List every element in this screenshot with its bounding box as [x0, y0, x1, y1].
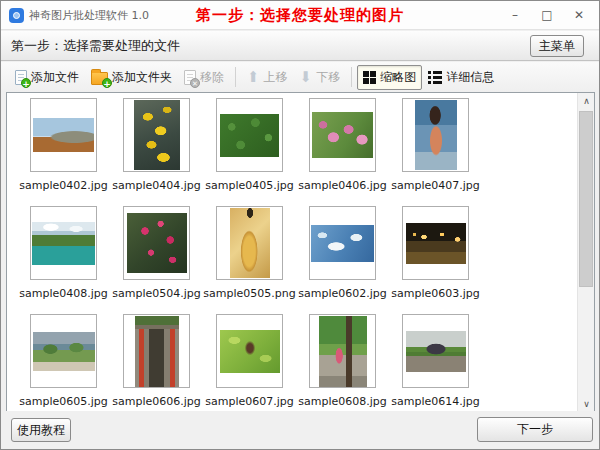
- window-controls: – □ ✕: [499, 1, 595, 30]
- thumbnail-label: sample0606.jpg: [110, 395, 203, 408]
- next-step-button[interactable]: 下一步: [477, 417, 593, 442]
- step-title: 第一步：选择需要处理的文件: [11, 31, 180, 61]
- scrollbar-thumb[interactable]: [579, 111, 593, 287]
- thumbnail-image: [134, 100, 180, 170]
- footer-bar: 使用教程 下一步: [1, 411, 599, 449]
- remove-icon: ✕: [184, 70, 196, 85]
- remove-button[interactable]: ✕ 移除: [178, 65, 230, 90]
- file-thumbnail[interactable]: sample0608.jpg: [296, 311, 389, 412]
- file-thumbnail[interactable]: sample0404.jpg: [110, 95, 203, 203]
- main-menu-button[interactable]: 主菜单: [530, 35, 584, 57]
- thumbnail-label: sample0607.jpg: [203, 395, 296, 408]
- vertical-scrollbar[interactable]: ∧ ∨: [577, 93, 594, 412]
- thumbnail-label: sample0404.jpg: [110, 179, 203, 192]
- file-thumbnail[interactable]: sample0505.png: [203, 203, 296, 311]
- scroll-down-icon[interactable]: ∨: [578, 396, 595, 412]
- file-thumbnail[interactable]: sample0406.jpg: [296, 95, 389, 203]
- thumbnail-frame: [216, 206, 283, 280]
- thumbnail-label: sample0402.jpg: [17, 179, 110, 192]
- minimize-button[interactable]: –: [499, 1, 531, 30]
- file-thumbnail[interactable]: sample0407.jpg: [389, 95, 482, 203]
- add-file-icon: +: [15, 70, 27, 85]
- maximize-button[interactable]: □: [531, 1, 563, 30]
- thumbnail-image: [33, 118, 94, 152]
- move-up-label: 上移: [264, 69, 288, 86]
- remove-label: 移除: [200, 69, 224, 86]
- thumbnail-frame: [216, 314, 283, 388]
- move-down-button[interactable]: ⬇ 下移: [294, 65, 347, 90]
- thumbnail-frame: [30, 206, 97, 280]
- thumbnail-label: sample0614.jpg: [389, 395, 482, 408]
- step-header-bar: 第一步：选择需要处理的文件 主菜单: [1, 31, 599, 61]
- thumbnail-frame: [30, 98, 97, 172]
- thumbnail-image: [312, 112, 373, 158]
- thumbnail-frame: [402, 314, 469, 388]
- details-view-button[interactable]: 详细信息: [422, 65, 500, 90]
- thumbnail-image: [406, 223, 466, 264]
- thumbnail-frame: [123, 314, 190, 388]
- thumbnail-frame: [309, 206, 376, 280]
- thumbnail-frame: [309, 98, 376, 172]
- file-thumbnail[interactable]: sample0607.jpg: [203, 311, 296, 412]
- grid-view-icon: [363, 71, 376, 84]
- details-view-label: 详细信息: [446, 69, 494, 86]
- file-thumbnail[interactable]: sample0605.jpg: [17, 311, 110, 412]
- thumbnail-label: sample0504.jpg: [110, 287, 203, 300]
- app-window: 神奇图片批处理软件 1.0 第一步：选择您要处理的图片 – □ ✕ 第一步：选择…: [0, 0, 600, 450]
- thumbnail-label: sample0608.jpg: [296, 395, 389, 408]
- file-thumbnail[interactable]: sample0606.jpg: [110, 311, 203, 412]
- add-folder-label: 添加文件夹: [112, 69, 172, 86]
- add-file-label: 添加文件: [31, 69, 79, 86]
- thumbnail-image: [415, 100, 457, 170]
- thumbnail-image: [32, 222, 95, 265]
- thumbnail-label: sample0408.jpg: [17, 287, 110, 300]
- thumbnail-frame: [123, 206, 190, 280]
- thumbnail-image: [311, 225, 374, 262]
- file-thumbnail[interactable]: sample0402.jpg: [17, 95, 110, 203]
- thumbnail-label: sample0406.jpg: [296, 179, 389, 192]
- thumbnail-label: sample0603.jpg: [389, 287, 482, 300]
- toolbar: + 添加文件 + 添加文件夹 ✕ 移除 ⬆ 上移 ⬇ 下移 缩略图 详细信息: [1, 62, 599, 92]
- thumbnail-label: sample0505.png: [203, 287, 296, 300]
- thumbnail-image: [220, 330, 280, 373]
- thumbnail-image: [220, 114, 279, 157]
- thumbnail-image: [127, 213, 187, 273]
- close-button[interactable]: ✕: [563, 1, 595, 30]
- move-up-icon: ⬆: [247, 70, 260, 85]
- tutorial-button[interactable]: 使用教程: [11, 418, 71, 442]
- thumbnail-view-button[interactable]: 缩略图: [357, 65, 422, 90]
- thumbnail-view-label: 缩略图: [380, 69, 416, 86]
- move-up-button[interactable]: ⬆ 上移: [241, 65, 294, 90]
- thumbnail-frame: [402, 206, 469, 280]
- thumbnail-label: sample0605.jpg: [17, 395, 110, 408]
- thumbnail-frame: [216, 98, 283, 172]
- toolbar-separator: [351, 67, 352, 87]
- thumbnail-image: [135, 316, 179, 387]
- thumbnail-frame: [123, 98, 190, 172]
- thumbnail-label: sample0602.jpg: [296, 287, 389, 300]
- file-thumbnail[interactable]: sample0408.jpg: [17, 203, 110, 311]
- file-thumbnail[interactable]: sample0603.jpg: [389, 203, 482, 311]
- title-bar: 神奇图片批处理软件 1.0 第一步：选择您要处理的图片 – □ ✕: [1, 1, 599, 30]
- list-view-icon: [428, 71, 442, 84]
- file-thumbnail[interactable]: sample0602.jpg: [296, 203, 389, 311]
- add-folder-icon: +: [91, 72, 108, 85]
- thumbnail-image: [319, 316, 367, 387]
- toolbar-separator: [235, 67, 236, 87]
- thumbnail-frame: [309, 314, 376, 388]
- move-down-label: 下移: [316, 69, 340, 86]
- file-thumbnail[interactable]: sample0504.jpg: [110, 203, 203, 311]
- thumbnail-image: [230, 208, 270, 278]
- add-folder-button[interactable]: + 添加文件夹: [85, 65, 178, 90]
- move-down-icon: ⬇: [300, 70, 313, 85]
- file-thumbnail[interactable]: sample0614.jpg: [389, 311, 482, 412]
- thumbnail-frame: [30, 314, 97, 388]
- file-thumbnail[interactable]: sample0405.jpg: [203, 95, 296, 203]
- add-file-button[interactable]: + 添加文件: [9, 65, 85, 90]
- thumbnail-frame: [402, 98, 469, 172]
- thumbnail-label: sample0405.jpg: [203, 179, 296, 192]
- thumbnail-image: [33, 332, 95, 371]
- scroll-up-icon[interactable]: ∧: [578, 93, 595, 109]
- thumbnail-image: [406, 331, 466, 372]
- thumbnail-label: sample0407.jpg: [389, 179, 482, 192]
